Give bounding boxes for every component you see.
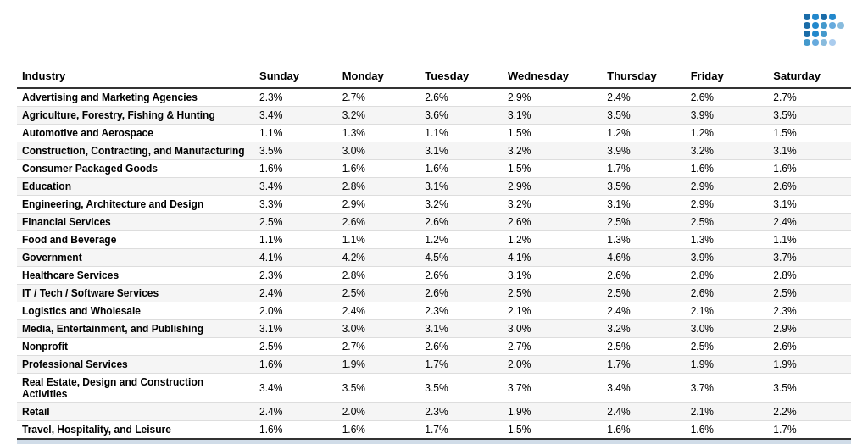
rate-cell: 3.4%	[602, 374, 685, 403]
rate-cell: 1.5%	[503, 125, 602, 142]
rate-cell: 2.6%	[686, 88, 769, 107]
rate-cell: 1.2%	[686, 125, 769, 142]
rate-cell: 3.1%	[420, 320, 503, 338]
rate-cell: 1.6%	[254, 356, 337, 374]
rate-cell: 2.4%	[254, 285, 337, 302]
rate-cell: 2.6%	[420, 267, 503, 285]
rate-cell: 2.6%	[602, 267, 685, 285]
logo-dot	[837, 14, 844, 20]
rate-cell: 2.5%	[768, 439, 851, 444]
rate-cell: 3.5%	[337, 374, 420, 403]
rate-cell: 2.3%	[768, 302, 851, 320]
rate-cell: 2.4%	[768, 214, 851, 231]
rate-cell: 1.6%	[420, 160, 503, 178]
rate-cell: 4.1%	[254, 249, 337, 267]
rate-cell: 1.3%	[686, 231, 769, 249]
logo-dot	[812, 39, 819, 46]
rate-cell: 3.5%	[602, 107, 685, 125]
industry-cell: Media, Entertainment, and Publishing	[17, 320, 254, 338]
rate-cell: 1.9%	[337, 356, 420, 374]
rate-cell: 3.5%	[254, 142, 337, 160]
rate-cell: 3.1%	[254, 320, 337, 338]
rate-cell: 3.9%	[686, 107, 769, 125]
logo-dot	[837, 39, 844, 46]
rate-cell: 1.7%	[420, 356, 503, 374]
industry-cell: IT / Tech / Software Services	[17, 285, 254, 302]
col-header-wednesday: Wednesday	[503, 66, 602, 88]
rate-cell: 3.5%	[420, 374, 503, 403]
logo-dot	[812, 14, 819, 20]
rate-cell: 1.2%	[503, 231, 602, 249]
rate-cell: 2.0%	[254, 302, 337, 320]
rate-cell: 2.5%	[254, 214, 337, 231]
rate-cell: 2.6%	[602, 439, 685, 444]
rate-cell: 3.7%	[503, 374, 602, 403]
rate-cell: 1.6%	[686, 421, 769, 440]
rate-cell: 2.5%	[337, 285, 420, 302]
rate-cell: 1.1%	[337, 231, 420, 249]
table-row: IT / Tech / Software Services2.4%2.5%2.6…	[17, 285, 851, 302]
logo-dot	[804, 31, 810, 37]
logo-dot	[829, 22, 836, 29]
rate-cell: 3.2%	[503, 196, 602, 214]
col-header-thursday: Thursday	[602, 66, 685, 88]
rate-cell: 2.6%	[337, 439, 420, 444]
rate-cell: 1.7%	[420, 421, 503, 440]
table-row: Government4.1%4.2%4.5%4.1%4.6%3.9%3.7%	[17, 249, 851, 267]
table-row: Travel, Hospitality, and Leisure1.6%1.6%…	[17, 421, 851, 440]
rate-cell: 2.5%	[602, 214, 685, 231]
rate-cell: 3.9%	[602, 142, 685, 160]
rate-cell: 4.2%	[337, 249, 420, 267]
rate-cell: 1.1%	[768, 231, 851, 249]
industry-cell: Logistics and Wholesale	[17, 302, 254, 320]
industry-cell: Real Estate, Design and Construction Act…	[17, 374, 254, 403]
rate-cell: 1.1%	[254, 125, 337, 142]
rate-cell: 2.5%	[602, 285, 685, 302]
rate-cell: 2.8%	[337, 178, 420, 196]
rate-cell: 2.4%	[602, 88, 685, 107]
rate-cell: 2.0%	[337, 403, 420, 421]
rate-cell: 2.7%	[768, 88, 851, 107]
logo-dot	[829, 47, 836, 54]
logo-dot	[837, 47, 844, 54]
industry-cell: Advertising and Marketing Agencies	[17, 88, 254, 107]
rate-cell: 2.7%	[503, 338, 602, 356]
rate-cell: 3.3%	[254, 196, 337, 214]
rate-cell: 4.6%	[602, 249, 685, 267]
rate-cell: 2.6%	[420, 439, 503, 444]
logo-dot	[829, 31, 836, 37]
table-row: Nonprofit2.5%2.7%2.6%2.7%2.5%2.5%2.6%	[17, 338, 851, 356]
rate-cell: 3.2%	[503, 142, 602, 160]
rate-cell: 1.6%	[337, 421, 420, 440]
rate-cell: 2.9%	[686, 196, 769, 214]
rate-cell: 1.5%	[768, 125, 851, 142]
rate-cell: 4.5%	[420, 249, 503, 267]
rate-cell: 2.8%	[686, 267, 769, 285]
rate-cell: 1.6%	[768, 160, 851, 178]
rate-cell: 2.5%	[686, 214, 769, 231]
col-header-saturday: Saturday	[768, 66, 851, 88]
table-row: Real Estate, Design and Construction Act…	[17, 374, 851, 403]
rate-cell: 2.9%	[337, 196, 420, 214]
rate-cell: 2.3%	[254, 267, 337, 285]
rate-cell: 2.7%	[337, 338, 420, 356]
table-row: Financial Services2.5%2.6%2.6%2.6%2.5%2.…	[17, 214, 851, 231]
rate-cell: 2.4%	[254, 403, 337, 421]
industry-cell: Construction, Contracting, and Manufactu…	[17, 142, 254, 160]
rate-cell: 2.9%	[768, 320, 851, 338]
rate-cell: 3.1%	[503, 107, 602, 125]
rate-cell: 3.4%	[254, 107, 337, 125]
rate-cell: 2.5%	[254, 338, 337, 356]
rate-cell: 2.6%	[420, 88, 503, 107]
rate-cell: 2.6%	[768, 178, 851, 196]
industry-cell: Nonprofit	[17, 338, 254, 356]
rate-cell: 1.6%	[337, 160, 420, 178]
rate-cell: 3.0%	[337, 142, 420, 160]
rate-cell: 3.5%	[602, 178, 685, 196]
logo-dot	[812, 22, 819, 29]
rate-cell: 2.6%	[254, 439, 337, 444]
industry-cell: Retail	[17, 403, 254, 421]
logo-dot	[821, 14, 827, 20]
rate-cell: 3.7%	[768, 249, 851, 267]
rate-cell: 2.9%	[503, 178, 602, 196]
